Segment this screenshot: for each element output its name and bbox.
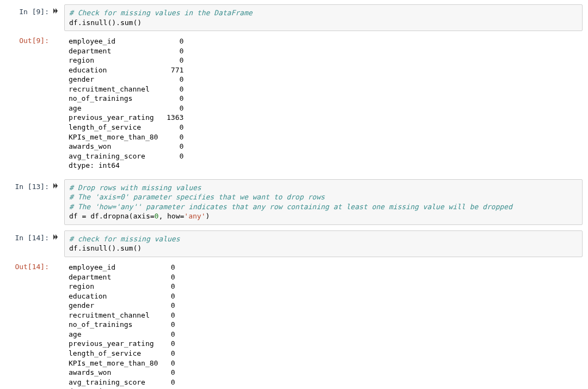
code-text-9: # Check for missing values in the DataFr… [69, 8, 578, 27]
run-cell-icon[interactable] [52, 179, 64, 225]
code-cell-9[interactable]: # Check for missing values in the DataFr… [64, 4, 583, 31]
run-cell-icon[interactable] [52, 230, 64, 257]
prompt-out-14: Out[14]: [5, 259, 52, 389]
prompt-in-13: In [13]: [5, 179, 52, 225]
prompt-in-9: In [9]: [5, 4, 52, 31]
output-text-14: employee_id 0 department 0 region 0 educ… [69, 263, 578, 389]
code-text-14: # check for missing values df.isnull().s… [69, 234, 578, 253]
output-text-9: employee_id 0 department 0 region 0 educ… [69, 37, 578, 171]
prompt-out-9: Out[9]: [5, 33, 52, 174]
run-cell-icon[interactable] [52, 4, 64, 31]
code-text-13: # Drop rows with missing values # The 'a… [69, 183, 578, 221]
output-area-9: employee_id 0 department 0 region 0 educ… [64, 33, 583, 174]
code-cell-14[interactable]: # check for missing values df.isnull().s… [64, 230, 583, 257]
code-cell-13[interactable]: # Drop rows with missing values # The 'a… [64, 179, 583, 225]
prompt-in-14: In [14]: [5, 230, 52, 257]
output-area-14: employee_id 0 department 0 region 0 educ… [64, 259, 583, 389]
